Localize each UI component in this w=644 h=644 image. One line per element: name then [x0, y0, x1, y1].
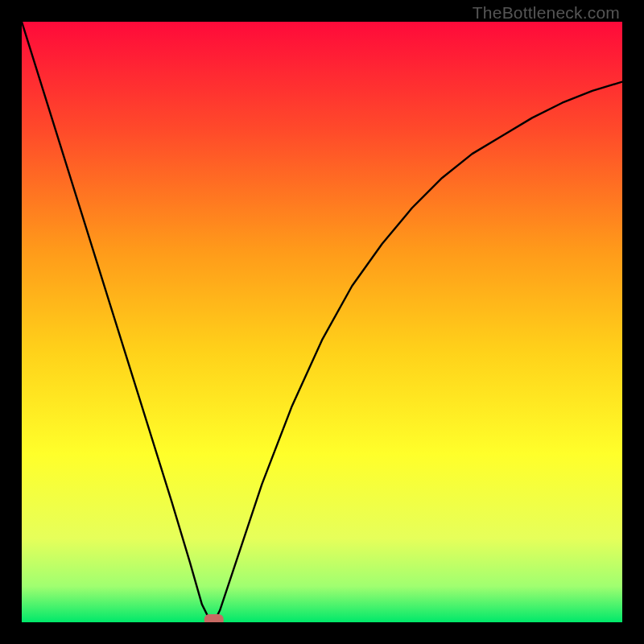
- gradient-background: [22, 22, 622, 622]
- optimum-marker: [204, 614, 224, 622]
- chart-frame: [22, 22, 622, 622]
- watermark-text: TheBottleneck.com: [473, 3, 620, 23]
- bottleneck-chart: [22, 22, 622, 622]
